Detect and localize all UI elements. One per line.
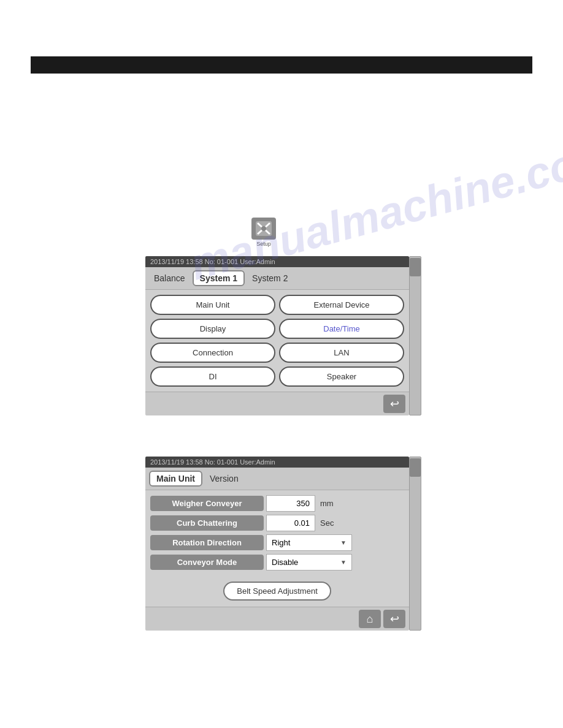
btn-di[interactable]: DI (150, 366, 275, 387)
panel2-home-button[interactable]: ⌂ (359, 610, 381, 628)
btn-connection[interactable]: Connection (150, 343, 275, 363)
label-weigher-conveyer: Weigher Conveyer (150, 496, 264, 511)
setting-weigher-conveyer: Weigher Conveyer 350 mm (150, 495, 404, 512)
label-conveyor-mode: Conveyor Mode (150, 555, 264, 570)
select-rotation-direction-value: Right (272, 538, 290, 547)
belt-speed-adjustment-button[interactable]: Belt Speed Adjustment (223, 582, 331, 601)
unit-weigher-conveyer: mm (318, 496, 336, 511)
unit-curb-chattering: Sec (318, 515, 336, 531)
panel2-back-button[interactable]: ↩ (383, 610, 405, 628)
btn-lan[interactable]: LAN (279, 343, 404, 363)
btn-speaker[interactable]: Speaker (279, 366, 404, 387)
tab-system1[interactable]: System 1 (193, 270, 245, 286)
setup-label: Setup (256, 241, 271, 247)
panel2-scrollbar[interactable] (409, 457, 421, 631)
select-rotation-direction[interactable]: Right ▼ (266, 534, 352, 551)
setup-icon-area: Setup (251, 218, 276, 247)
btn-display[interactable]: Display (150, 319, 275, 339)
btn-main-unit[interactable]: Main Unit (150, 295, 275, 315)
tab-system2[interactable]: System 2 (247, 272, 293, 284)
setting-conveyor-mode: Conveyor Mode Disable ▼ (150, 554, 404, 571)
value-curb-chattering[interactable]: 0.01 (266, 515, 315, 531)
chevron-down-icon-2: ▼ (340, 559, 347, 566)
tab-balance[interactable]: Balance (149, 272, 190, 284)
panel1-header: 2013/11/19 13:58 No: 01-001 User:Admin (145, 256, 409, 267)
panel-2: 2013/11/19 13:58 No: 01-001 User:Admin M… (145, 457, 409, 631)
top-bar (31, 56, 532, 74)
value-weigher-conveyer[interactable]: 350 (266, 495, 315, 512)
chevron-down-icon: ▼ (340, 539, 347, 546)
panel-1: 2013/11/19 13:58 No: 01-001 User:Admin B… (145, 256, 409, 415)
panel1-back-button[interactable]: ↩ (383, 395, 405, 413)
select-conveyor-mode[interactable]: Disable ▼ (266, 554, 352, 571)
btn-external-device[interactable]: External Device (279, 295, 404, 315)
btn-datetime[interactable]: Date/Time (279, 319, 404, 339)
panel1-scrollbar[interactable] (409, 256, 421, 415)
tab-version[interactable]: Version (205, 472, 243, 485)
panel1-scrollbar-thumb (410, 258, 421, 276)
select-conveyor-mode-value: Disable (272, 558, 298, 567)
tab-main-unit[interactable]: Main Unit (149, 471, 202, 487)
label-rotation-direction: Rotation Direction (150, 535, 264, 550)
setup-icon[interactable] (251, 218, 276, 240)
svg-point-3 (261, 226, 266, 231)
label-curb-chattering: Curb Chattering (150, 515, 264, 531)
setting-curb-chattering: Curb Chattering 0.01 Sec (150, 515, 404, 531)
panel2-header: 2013/11/19 13:58 No: 01-001 User:Admin (145, 457, 409, 468)
setting-rotation-direction: Rotation Direction Right ▼ (150, 534, 404, 551)
panel2-scrollbar-thumb (410, 458, 421, 477)
